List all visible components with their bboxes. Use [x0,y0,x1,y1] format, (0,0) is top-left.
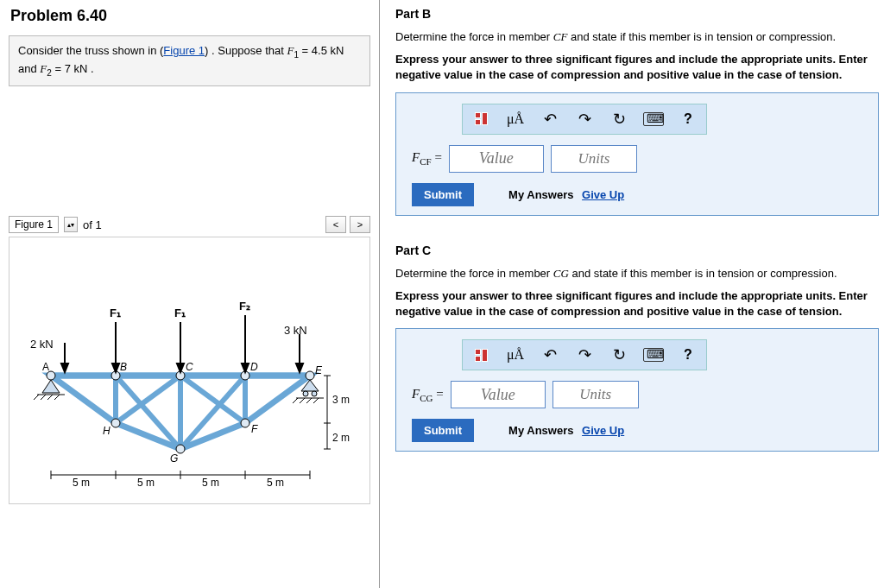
problem-title: Problem 6.40 [9,7,370,25]
svg-text:5 m: 5 m [137,477,155,489]
svg-text:D: D [250,361,258,373]
template-icon[interactable] [468,108,494,130]
figure-link[interactable]: Figure 1 [163,44,205,57]
part-c-variable: FCG = [412,387,444,403]
problem-context: Consider the truss shown in (Figure 1) .… [9,35,370,86]
part-c-question: Determine the force in member CG and sta… [395,266,879,281]
svg-point-13 [306,371,314,380]
figure-canvas: 2 kN F₁ F₁ F₂ 3 kN A B C D E H G F 3 m [9,237,370,504]
part-b-instruction: Express your answer to three significant… [395,52,879,83]
my-answers-label: My Answers [508,424,573,437]
figure-toolbar: Figure 1 ▴▾ of 1 < > [9,216,370,233]
figure-of: of 1 [83,218,102,231]
part-b-answers-area: My Answers Give Up [508,188,624,201]
my-answers-label: My Answers [508,188,573,201]
part-b-title: Part B [395,7,879,21]
svg-marker-34 [112,364,119,372]
svg-line-29 [306,398,312,403]
part-b-submit-button[interactable]: Submit [412,183,474,206]
svg-text:5 m: 5 m [202,477,219,489]
part-c-submit-button[interactable]: Submit [412,419,474,442]
reset-icon[interactable] [606,344,632,366]
svg-line-30 [313,398,319,403]
part-b-toolbar: μÅ [462,104,707,135]
part-b-question: Determine the force in member CF and sta… [395,29,879,45]
svg-line-20 [41,395,46,400]
svg-text:B: B [120,361,127,373]
part-c-units-input[interactable] [552,381,639,408]
svg-text:F₁: F₁ [110,307,121,319]
help-icon[interactable] [675,344,701,366]
svg-text:F₂: F₂ [239,300,250,313]
truss-diagram: 2 kN F₁ F₁ F₂ 3 kN A B C D E H G F 3 m [25,281,370,505]
svg-text:3 kN: 3 kN [284,324,307,337]
part-b-units-input[interactable] [551,145,637,173]
part-c-toolbar: μÅ [462,339,707,370]
part-c-submit-row: Submit My Answers Give Up [412,419,862,442]
svg-line-22 [54,395,60,400]
part-c-instruction: Express your answer to three significant… [395,288,879,319]
svg-point-24 [303,391,308,396]
redo-icon[interactable] [571,344,597,366]
figure-next-button[interactable]: > [350,216,370,233]
svg-text:F: F [251,423,258,435]
svg-line-21 [47,395,53,400]
reset-icon[interactable] [606,108,632,130]
figure-label: Figure 1 [9,216,59,233]
part-c-title: Part C [395,243,879,257]
part-c-giveup-link[interactable]: Give Up [582,424,624,437]
keyboard-icon[interactable] [641,108,666,130]
undo-icon[interactable] [537,344,563,366]
svg-text:G: G [170,452,178,465]
help-icon[interactable] [675,108,701,130]
svg-marker-32 [61,364,68,372]
units-icon[interactable]: μÅ [502,344,528,366]
undo-icon[interactable] [537,108,563,130]
part-c-answer-box: μÅ FCG = Submit My Answers Give Up [395,328,879,452]
parts-panel: Part B Determine the force in member CF … [380,0,884,588]
svg-text:F₁: F₁ [174,307,186,319]
part-b-giveup-link[interactable]: Give Up [582,188,624,201]
part-b-submit-row: Submit My Answers Give Up [412,183,862,206]
part-b-answer-box: μÅ FCF = Submit My Answers Give Up [395,92,879,216]
part-b-value-input[interactable] [449,145,544,173]
part-b-variable: FCF = [412,150,442,167]
svg-text:2 kN: 2 kN [30,338,54,351]
part-c-value-input[interactable] [451,381,546,408]
svg-point-16 [241,419,249,427]
part-c-equation-row: FCG = [412,381,862,408]
svg-text:E: E [315,364,323,376]
svg-text:A: A [42,361,49,373]
svg-text:3 m: 3 m [332,394,350,406]
svg-text:5 m: 5 m [73,477,90,489]
svg-marker-38 [242,364,249,372]
redo-icon[interactable] [571,108,597,130]
part-b-equation-row: FCF = [412,145,862,173]
svg-line-27 [293,398,298,403]
svg-point-25 [312,391,317,396]
template-icon[interactable] [468,344,494,366]
problem-panel: Problem 6.40 Consider the truss shown in… [0,0,380,588]
figure-spinner[interactable]: ▴▾ [64,217,78,232]
svg-line-28 [300,398,305,403]
keyboard-icon[interactable] [641,344,666,366]
svg-text:H: H [103,425,110,437]
svg-marker-36 [177,364,184,372]
figure-prev-button[interactable]: < [325,216,346,233]
units-icon[interactable]: μÅ [502,108,528,130]
part-c-answers-area: My Answers Give Up [508,424,624,437]
svg-marker-40 [296,364,303,372]
svg-text:5 m: 5 m [267,477,284,489]
svg-text:C: C [186,361,193,373]
svg-point-14 [111,419,120,427]
svg-text:2 m: 2 m [332,432,350,444]
svg-line-19 [34,395,39,400]
